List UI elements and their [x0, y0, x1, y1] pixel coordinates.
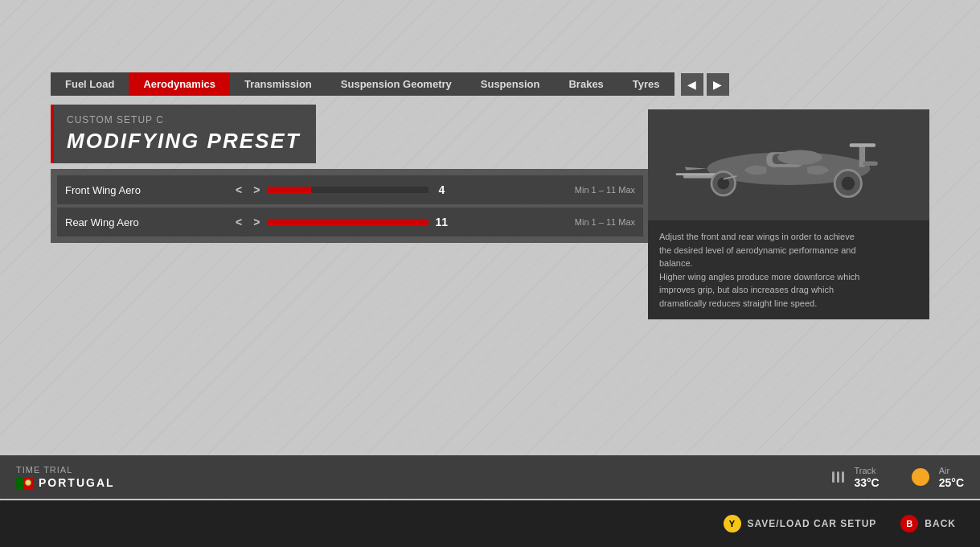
range-front-wing: Min 1 – 11 Max [575, 185, 635, 195]
heat-line-2 [837, 471, 839, 483]
decrement-front-wing[interactable]: < [232, 182, 245, 198]
right-info-panel: Adjust the front and rear wings in order… [648, 109, 929, 319]
svg-rect-6 [850, 143, 875, 147]
setting-row-rear-wing: Rear Wing Aero < > 11 Min 1 – 11 Max [57, 208, 643, 236]
setting-controls-front-wing: < > 4 [232, 182, 568, 198]
track-temp-info: Track 33°C [854, 466, 879, 489]
tab-brakes[interactable]: Brakes [554, 72, 617, 96]
back-action[interactable]: B BACK [900, 515, 956, 533]
y-button: Y [724, 515, 741, 533]
heat-icon [832, 471, 844, 483]
nav-arrows: ◀ ▶ [681, 73, 729, 96]
track-temp: 33°C [854, 476, 879, 489]
slider-front-wing[interactable] [268, 187, 428, 193]
nav-next-arrow[interactable]: ▶ [707, 73, 729, 96]
value-rear-wing: 11 [433, 216, 449, 228]
preset-box: Custom Setup C MODIFYING PRESET [51, 105, 316, 163]
status-country: PORTUGAL [39, 476, 115, 489]
increment-front-wing[interactable]: > [250, 182, 263, 198]
settings-panel: Front Wing Aero < > 4 Min 1 – 11 Max Rea… [51, 169, 650, 243]
tab-fuel-load[interactable]: Fuel Load [51, 72, 129, 96]
tab-transmission[interactable]: Transmission [230, 72, 326, 96]
heat-lines [832, 471, 844, 483]
air-label: Air [939, 466, 964, 475]
setting-row-front-wing: Front Wing Aero < > 4 Min 1 – 11 Max [57, 175, 643, 204]
b-button: B [900, 515, 918, 533]
heat-line-1 [832, 471, 834, 483]
svg-rect-12 [863, 161, 877, 166]
svg-point-10 [842, 177, 855, 191]
car-illustration [668, 117, 909, 213]
air-temp-info: Air 25°C [939, 466, 964, 489]
sun-icon [912, 468, 929, 486]
tab-suspension-geometry[interactable]: Suspension Geometry [326, 72, 466, 96]
preset-subtitle: Custom Setup C [67, 114, 303, 125]
svg-point-13 [777, 150, 822, 165]
tab-suspension[interactable]: Suspension [466, 72, 555, 96]
air-temp: 25°C [939, 476, 964, 489]
slider-fill-front-wing [268, 187, 311, 193]
track-label: Track [854, 466, 879, 475]
save-load-action[interactable]: Y SAVE/LOAD CAR SETUP [724, 515, 877, 533]
car-desc-box: Adjust the front and rear wings in order… [648, 220, 929, 319]
slider-fill-rear-wing [268, 219, 428, 225]
status-location: PORTUGAL [16, 476, 115, 489]
game-mode: Time Trial [16, 465, 115, 475]
increment-rear-wing[interactable]: > [250, 214, 263, 230]
top-nav: Fuel Load Aerodynamics Transmission Susp… [51, 72, 729, 96]
track-weather-item: Track 33°C [832, 466, 879, 489]
heat-line-3 [842, 471, 844, 483]
nav-prev-arrow[interactable]: ◀ [681, 73, 703, 96]
setting-name-front-wing: Front Wing Aero [65, 184, 226, 196]
status-bar: Time Trial PORTUGAL Track [0, 455, 980, 499]
range-rear-wing: Min 1 – 11 Max [575, 217, 635, 227]
setting-name-rear-wing: Rear Wing Aero [65, 216, 226, 228]
back-label: BACK [925, 518, 956, 529]
tab-tyres[interactable]: Tyres [618, 72, 675, 96]
svg-point-8 [717, 178, 729, 190]
portugal-flag [16, 477, 34, 489]
status-left: Time Trial PORTUGAL [16, 465, 115, 489]
action-bar: Y SAVE/LOAD CAR SETUP B BACK [0, 500, 980, 547]
preset-title: MODIFYING PRESET [67, 129, 303, 154]
air-weather-item: Air 25°C [912, 466, 964, 489]
save-load-label: SAVE/LOAD CAR SETUP [748, 518, 877, 529]
car-desc-text: Adjust the front and rear wings in order… [659, 230, 918, 310]
decrement-rear-wing[interactable]: < [232, 214, 245, 230]
value-front-wing: 4 [433, 183, 449, 196]
status-right: Track 33°C Air 25°C [832, 466, 964, 489]
slider-rear-wing[interactable] [268, 219, 428, 225]
tab-aerodynamics[interactable]: Aerodynamics [129, 72, 230, 96]
car-visual [648, 109, 929, 220]
setting-controls-rear-wing: < > 11 [232, 214, 568, 230]
